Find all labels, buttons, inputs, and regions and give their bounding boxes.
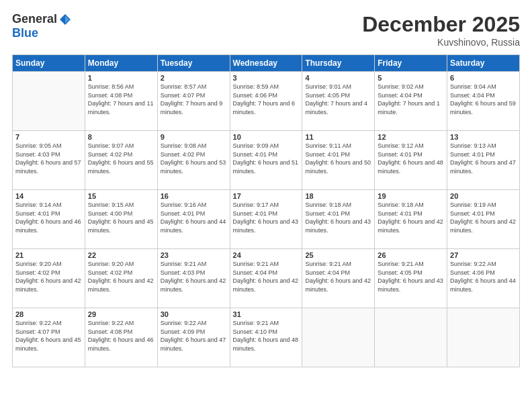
calendar-cell: 23 Sunrise: 9:21 AMSunset: 4:03 PMDaylig… [157, 249, 230, 308]
calendar-cell: 31 Sunrise: 9:21 AMSunset: 4:10 PMDaylig… [230, 308, 302, 367]
header-tuesday: Tuesday [157, 55, 230, 72]
day-number: 5 [378, 74, 444, 82]
calendar-cell: 26 Sunrise: 9:21 AMSunset: 4:05 PMDaylig… [375, 249, 447, 308]
header: General Blue December 2025 Kuvshinovo, R… [12, 12, 520, 48]
day-number: 26 [378, 251, 444, 259]
day-number: 31 [233, 310, 300, 318]
month-title: December 2025 [362, 12, 520, 37]
day-number: 9 [161, 133, 227, 141]
day-number: 6 [450, 74, 517, 82]
calendar-cell [375, 308, 447, 367]
calendar-cell: 10 Sunrise: 9:09 AMSunset: 4:01 PMDaylig… [230, 131, 302, 190]
day-number: 25 [305, 251, 371, 259]
day-number: 19 [378, 192, 444, 200]
day-info: Sunrise: 9:21 AMSunset: 4:03 PMDaylight:… [161, 260, 227, 293]
calendar-cell: 19 Sunrise: 9:18 AMSunset: 4:01 PMDaylig… [375, 190, 447, 249]
day-number: 8 [88, 133, 154, 141]
calendar-cell: 20 Sunrise: 9:19 AMSunset: 4:01 PMDaylig… [447, 190, 520, 249]
calendar-cell [13, 72, 85, 131]
logo: General Blue [12, 12, 72, 40]
calendar-cell: 16 Sunrise: 9:16 AMSunset: 4:01 PMDaylig… [157, 190, 230, 249]
day-info: Sunrise: 9:19 AMSunset: 4:01 PMDaylight:… [450, 201, 517, 234]
calendar-week-3: 21 Sunrise: 9:20 AMSunset: 4:02 PMDaylig… [13, 249, 520, 308]
day-info: Sunrise: 9:21 AMSunset: 4:05 PMDaylight:… [378, 260, 444, 293]
calendar-cell: 3 Sunrise: 8:59 AMSunset: 4:06 PMDayligh… [230, 72, 302, 131]
logo-blue: Blue [12, 26, 38, 40]
calendar-cell: 17 Sunrise: 9:17 AMSunset: 4:01 PMDaylig… [230, 190, 302, 249]
day-number: 20 [450, 192, 517, 200]
day-info: Sunrise: 9:18 AMSunset: 4:01 PMDaylight:… [378, 201, 444, 234]
calendar-cell: 27 Sunrise: 9:22 AMSunset: 4:06 PMDaylig… [447, 249, 520, 308]
day-number: 1 [88, 74, 154, 82]
calendar-cell: 30 Sunrise: 9:22 AMSunset: 4:09 PMDaylig… [157, 308, 230, 367]
calendar-week-1: 7 Sunrise: 9:05 AMSunset: 4:03 PMDayligh… [13, 131, 520, 190]
day-number: 28 [15, 310, 82, 318]
calendar-cell: 7 Sunrise: 9:05 AMSunset: 4:03 PMDayligh… [13, 131, 85, 190]
day-info: Sunrise: 8:56 AMSunset: 4:08 PMDaylight:… [88, 83, 154, 116]
calendar-cell: 15 Sunrise: 9:15 AMSunset: 4:00 PMDaylig… [85, 190, 157, 249]
day-number: 17 [233, 192, 300, 200]
day-number: 13 [450, 133, 517, 141]
calendar-cell: 4 Sunrise: 9:01 AMSunset: 4:05 PMDayligh… [302, 72, 375, 131]
day-info: Sunrise: 9:15 AMSunset: 4:00 PMDaylight:… [88, 201, 154, 234]
day-info: Sunrise: 9:01 AMSunset: 4:05 PMDaylight:… [305, 83, 371, 116]
day-number: 12 [378, 133, 444, 141]
calendar-cell: 6 Sunrise: 9:04 AMSunset: 4:04 PMDayligh… [447, 72, 520, 131]
day-number: 14 [15, 192, 82, 200]
day-info: Sunrise: 9:02 AMSunset: 4:04 PMDaylight:… [378, 83, 444, 116]
header-wednesday: Wednesday [230, 55, 302, 72]
day-info: Sunrise: 9:08 AMSunset: 4:02 PMDaylight:… [161, 142, 227, 175]
day-number: 15 [88, 192, 154, 200]
calendar-cell: 24 Sunrise: 9:21 AMSunset: 4:04 PMDaylig… [230, 249, 302, 308]
calendar-week-4: 28 Sunrise: 9:22 AMSunset: 4:07 PMDaylig… [13, 308, 520, 367]
calendar-cell: 12 Sunrise: 9:12 AMSunset: 4:01 PMDaylig… [375, 131, 447, 190]
calendar-cell: 9 Sunrise: 9:08 AMSunset: 4:02 PMDayligh… [157, 131, 230, 190]
calendar-cell: 14 Sunrise: 9:14 AMSunset: 4:01 PMDaylig… [13, 190, 85, 249]
day-info: Sunrise: 9:12 AMSunset: 4:01 PMDaylight:… [378, 142, 444, 175]
header-thursday: Thursday [302, 55, 375, 72]
day-number: 27 [450, 251, 517, 259]
header-sunday: Sunday [13, 55, 85, 72]
day-info: Sunrise: 9:13 AMSunset: 4:01 PMDaylight:… [450, 142, 517, 175]
title-block: December 2025 Kuvshinovo, Russia [362, 12, 520, 48]
day-number: 4 [305, 74, 371, 82]
calendar-cell: 28 Sunrise: 9:22 AMSunset: 4:07 PMDaylig… [13, 308, 85, 367]
day-number: 29 [88, 310, 154, 318]
logo-icon [58, 13, 72, 26]
day-number: 3 [233, 74, 300, 82]
calendar-cell: 5 Sunrise: 9:02 AMSunset: 4:04 PMDayligh… [375, 72, 447, 131]
day-info: Sunrise: 9:21 AMSunset: 4:10 PMDaylight:… [233, 319, 300, 353]
calendar-cell [302, 308, 375, 367]
day-info: Sunrise: 9:21 AMSunset: 4:04 PMDaylight:… [305, 260, 371, 293]
day-info: Sunrise: 9:14 AMSunset: 4:01 PMDaylight:… [15, 201, 82, 234]
location: Kuvshinovo, Russia [362, 37, 520, 48]
calendar-week-2: 14 Sunrise: 9:14 AMSunset: 4:01 PMDaylig… [13, 190, 520, 249]
calendar-cell: 11 Sunrise: 9:11 AMSunset: 4:01 PMDaylig… [302, 131, 375, 190]
calendar-cell: 25 Sunrise: 9:21 AMSunset: 4:04 PMDaylig… [302, 249, 375, 308]
day-info: Sunrise: 8:59 AMSunset: 4:06 PMDaylight:… [233, 83, 300, 116]
day-info: Sunrise: 9:09 AMSunset: 4:01 PMDaylight:… [233, 142, 300, 175]
logo-general: General [12, 12, 57, 26]
day-number: 7 [15, 133, 82, 141]
day-info: Sunrise: 9:22 AMSunset: 4:09 PMDaylight:… [161, 319, 227, 353]
day-info: Sunrise: 9:22 AMSunset: 4:07 PMDaylight:… [15, 319, 82, 353]
calendar-cell: 22 Sunrise: 9:20 AMSunset: 4:02 PMDaylig… [85, 249, 157, 308]
day-number: 21 [15, 251, 82, 259]
calendar-cell: 8 Sunrise: 9:07 AMSunset: 4:02 PMDayligh… [85, 131, 157, 190]
calendar-cell: 18 Sunrise: 9:18 AMSunset: 4:01 PMDaylig… [302, 190, 375, 249]
header-saturday: Saturday [447, 55, 520, 72]
calendar-cell: 2 Sunrise: 8:57 AMSunset: 4:07 PMDayligh… [157, 72, 230, 131]
day-info: Sunrise: 9:17 AMSunset: 4:01 PMDaylight:… [233, 201, 300, 234]
day-number: 22 [88, 251, 154, 259]
calendar-week-0: 1 Sunrise: 8:56 AMSunset: 4:08 PMDayligh… [13, 72, 520, 131]
day-info: Sunrise: 9:05 AMSunset: 4:03 PMDaylight:… [15, 142, 82, 175]
page: General Blue December 2025 Kuvshinovo, R… [0, 0, 532, 411]
day-info: Sunrise: 9:22 AMSunset: 4:08 PMDaylight:… [88, 319, 154, 353]
day-info: Sunrise: 9:04 AMSunset: 4:04 PMDaylight:… [450, 83, 517, 116]
day-number: 23 [161, 251, 227, 259]
day-info: Sunrise: 9:16 AMSunset: 4:01 PMDaylight:… [161, 201, 227, 234]
calendar-cell: 29 Sunrise: 9:22 AMSunset: 4:08 PMDaylig… [85, 308, 157, 367]
day-info: Sunrise: 9:21 AMSunset: 4:04 PMDaylight:… [233, 260, 300, 293]
day-number: 30 [161, 310, 227, 318]
day-info: Sunrise: 9:11 AMSunset: 4:01 PMDaylight:… [305, 142, 371, 175]
